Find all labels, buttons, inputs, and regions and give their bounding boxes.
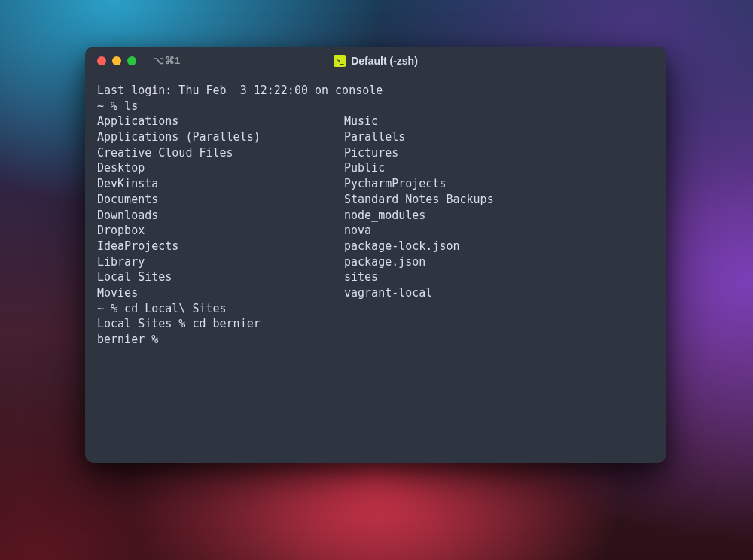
ls-item: Library bbox=[97, 254, 344, 270]
ls-item: Dropbox bbox=[97, 223, 344, 239]
terminal-window: ⌥⌘1 Default (-zsh) Last login: Thu Feb 3… bbox=[85, 47, 666, 463]
ls-item: Pictures bbox=[344, 145, 494, 161]
ls-item: Downloads bbox=[97, 208, 344, 224]
terminal-icon bbox=[334, 55, 346, 67]
ls-item: Creative Cloud Files bbox=[97, 145, 344, 161]
ls-item: Standard Notes Backups bbox=[344, 192, 494, 208]
ls-column-right: MusicParallelsPicturesPublicPycharmProje… bbox=[344, 114, 494, 300]
window-title-group: Default (-zsh) bbox=[334, 55, 418, 67]
zoom-button[interactable] bbox=[127, 56, 136, 65]
ls-item: vagrant-local bbox=[344, 285, 494, 301]
tab-shortcut-hint: ⌥⌘1 bbox=[153, 55, 181, 66]
prompt-line: ~ % ls bbox=[97, 99, 138, 113]
prompt-line: ~ % cd Local\ Sites bbox=[97, 302, 227, 315]
ls-item: Applications bbox=[97, 114, 344, 129]
ls-item: package.json bbox=[344, 254, 494, 270]
ls-item: Public bbox=[344, 160, 494, 176]
ls-item: Documents bbox=[97, 192, 344, 208]
ls-item: Desktop bbox=[97, 160, 344, 176]
ls-item: Music bbox=[344, 114, 494, 129]
ls-item: Local Sites bbox=[97, 269, 344, 285]
close-button[interactable] bbox=[97, 56, 106, 65]
window-title: Default (-zsh) bbox=[351, 55, 418, 67]
prompt-line: Local Sites % cd bernier bbox=[97, 317, 261, 330]
minimize-button[interactable] bbox=[112, 56, 121, 65]
ls-item: DevKinsta bbox=[97, 176, 344, 192]
ls-column-left: ApplicationsApplications (Parallels)Crea… bbox=[97, 114, 344, 300]
cursor bbox=[166, 335, 166, 348]
prompt-line: bernier % bbox=[97, 333, 165, 346]
ls-item: sites bbox=[344, 269, 494, 285]
ls-item: nova bbox=[344, 223, 494, 239]
ls-item: node_modules bbox=[344, 208, 494, 224]
ls-item: Parallels bbox=[344, 129, 494, 145]
ls-item: IdeaProjects bbox=[97, 239, 344, 254]
window-titlebar: ⌥⌘1 Default (-zsh) bbox=[85, 47, 666, 75]
ls-item: PycharmProjects bbox=[344, 176, 494, 192]
terminal-content[interactable]: Last login: Thu Feb 3 12:22:00 on consol… bbox=[85, 75, 666, 463]
ls-output: ApplicationsApplications (Parallels)Crea… bbox=[97, 114, 654, 300]
ls-item: Movies bbox=[97, 285, 344, 301]
ls-item: package-lock.json bbox=[344, 239, 494, 254]
last-login-line: Last login: Thu Feb 3 12:22:00 on consol… bbox=[97, 84, 383, 97]
window-controls bbox=[97, 56, 136, 65]
ls-item: Applications (Parallels) bbox=[97, 129, 344, 145]
